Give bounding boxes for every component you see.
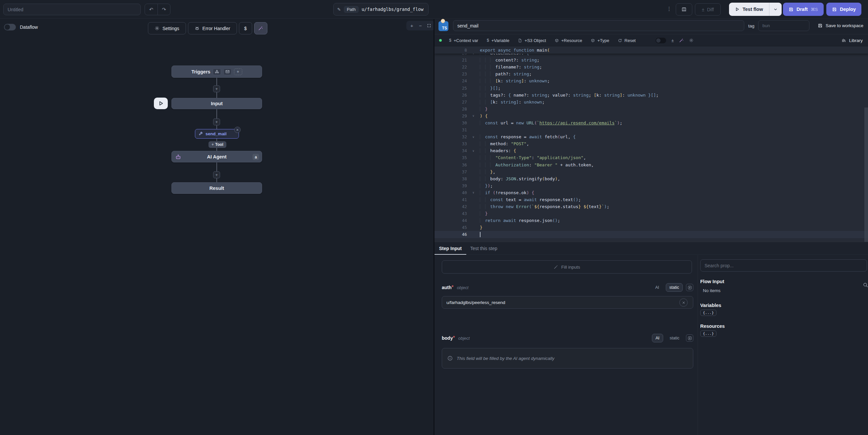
flow-summary-input[interactable] [3, 4, 141, 15]
variables-object-chip[interactable]: {...} [700, 310, 716, 316]
path-chip[interactable]: ✎ Path u/farhadglbs/grand_flow [333, 3, 429, 15]
save-draft-button[interactable]: Draft ⌘S [783, 3, 824, 16]
add-variable-button[interactable]: $ +Variable [487, 38, 509, 43]
dataflow-toggle[interactable] [4, 24, 16, 30]
code-line-26[interactable]: 26 tags?: { name?: string; value?: strin… [434, 92, 868, 99]
reset-code-button[interactable]: Reset [618, 38, 636, 43]
add-resource-button[interactable]: +Resource [555, 38, 582, 43]
code-line-35[interactable]: 35 "Content-Type": "application/json", [434, 154, 868, 161]
step-name-input[interactable] [453, 20, 744, 31]
assistant-toggle[interactable] [656, 38, 666, 43]
add-tool-button[interactable]: + Tool [209, 141, 226, 148]
auth-ai-mode-button[interactable]: AI [652, 283, 662, 291]
search-prop-input[interactable] [700, 259, 867, 272]
node-triggers[interactable]: Triggers + [172, 65, 262, 78]
error-handler-button[interactable]: Error Handler [188, 22, 237, 34]
auth-value-input[interactable] [442, 296, 693, 309]
fill-inputs-button[interactable]: Fill inputs [442, 260, 692, 274]
more-menu-button[interactable]: ⋮ [666, 6, 673, 12]
search-icon[interactable] [863, 282, 868, 288]
body-expression-button[interactable] [686, 335, 693, 342]
test-flow-dropdown[interactable] [769, 3, 782, 16]
body-static-mode-button[interactable]: static [666, 334, 683, 342]
code-line-31[interactable]: 31 [434, 126, 868, 133]
insert-step-button-2[interactable]: + [213, 118, 220, 125]
email-trigger-chip[interactable] [223, 68, 231, 75]
node-send-mail[interactable]: send_mail [195, 129, 239, 138]
draft-label: Draft [797, 7, 808, 12]
node-ai-agent[interactable]: AI Agent a [172, 151, 262, 162]
code-line-30[interactable]: 30 const url = new URL(`https://api.rese… [434, 119, 868, 126]
code-line-46[interactable]: 46 [434, 231, 868, 238]
editor-scrollbar[interactable] [864, 107, 868, 242]
code-line-28[interactable]: 28 } [434, 105, 868, 113]
ai-wand-button[interactable] [679, 38, 684, 43]
remove-tool-button[interactable] [234, 127, 241, 133]
fold-chevron-icon[interactable]: ∨ [467, 191, 480, 194]
zoom-in-button[interactable]: + [408, 22, 415, 29]
code-line-24[interactable]: 24 [k: string]: unknown; [434, 77, 868, 84]
input-label: Input [211, 101, 222, 106]
code-line-27[interactable]: 27 [k: string]: unknown; [434, 99, 868, 105]
body-ai-mode-button[interactable]: AI [652, 334, 663, 342]
code-editor[interactable]: 20∨ attachments?: {21 content?: string;2… [434, 46, 868, 242]
code-line-41[interactable]: 41 const text = await response.text(); [434, 196, 868, 203]
resources-object-chip[interactable]: {...} [700, 331, 716, 337]
fold-chevron-icon[interactable]: ∨ [467, 135, 480, 138]
code-line-21[interactable]: 21 content?: string; [434, 57, 868, 63]
library-button[interactable]: Library [841, 38, 863, 43]
code-line-39[interactable]: 39 }); [434, 182, 868, 189]
code-line-8[interactable]: 8export async function main( [434, 46, 868, 54]
add-s3-object-button[interactable]: +S3 Object [518, 38, 546, 43]
redo-button[interactable]: ↷ [157, 4, 170, 15]
code-line-23[interactable]: 23 path?: string; [434, 70, 868, 77]
code-line-22[interactable]: 22 filename?: string; [434, 63, 868, 70]
code-line-37[interactable]: 37 }, [434, 168, 868, 175]
ai-assistant-button[interactable] [254, 22, 268, 34]
auth-expression-button[interactable] [686, 284, 693, 291]
editor-settings-button[interactable] [689, 38, 693, 43]
insert-step-button-1[interactable]: + [213, 85, 220, 92]
auth-clear-button[interactable] [679, 299, 688, 307]
deploy-button[interactable]: Deploy [826, 3, 861, 16]
add-context-var-button[interactable]: $ +Context var [449, 38, 478, 43]
plus-minus-icon[interactable]: ± [672, 38, 674, 43]
add-trigger-chip[interactable]: + [234, 68, 242, 75]
code-line-36[interactable]: 36 Authorization: "Bearer " + auth.token… [434, 161, 868, 168]
code-line-45[interactable]: 45} [434, 224, 868, 231]
webhook-trigger-chip[interactable] [213, 68, 221, 75]
code-line-33[interactable]: 33 method: "POST", [434, 140, 868, 147]
tag-input[interactable] [758, 20, 809, 31]
flow-settings-button[interactable]: Settings [148, 22, 186, 34]
run-input-button[interactable] [154, 98, 168, 109]
fullscreen-button[interactable] [425, 22, 433, 29]
node-result[interactable]: Result [172, 182, 262, 194]
fold-chevron-icon[interactable]: ∨ [467, 149, 480, 153]
add-type-button[interactable]: +Type [591, 38, 609, 43]
code-line-40[interactable]: 40∨ if (!response.ok) { [434, 189, 868, 196]
test-flow-button[interactable]: Test flow [729, 3, 782, 16]
save-to-workspace-button[interactable]: Save to workspace [818, 23, 863, 28]
insert-step-button-3[interactable]: + [213, 172, 220, 178]
code-line-29[interactable]: 29∨) { [434, 113, 868, 119]
undo-button[interactable]: ↶ [145, 4, 157, 15]
tab-step-input[interactable]: Step Input [434, 242, 466, 254]
node-input[interactable]: Input [172, 98, 262, 109]
code-line-34[interactable]: 34∨ headers: { [434, 147, 868, 154]
docs-button[interactable] [676, 3, 692, 15]
currency-button[interactable]: $ [239, 22, 252, 34]
fold-chevron-icon[interactable]: ∨ [467, 114, 480, 118]
diff-button[interactable]: ± Diff [695, 3, 721, 15]
package-icon [591, 38, 595, 43]
code-line-42[interactable]: 42 throw new Error(`${response.status} $… [434, 203, 868, 210]
code-line-43[interactable]: 43 } [434, 210, 868, 217]
code-line-25[interactable]: 25 }[]; [434, 84, 868, 91]
auth-static-mode-button[interactable]: static [666, 283, 683, 292]
code-line-32[interactable]: 32∨ const response = await fetch(url, { [434, 133, 868, 140]
code-line-44[interactable]: 44 return await response.json(); [434, 217, 868, 224]
code-line-38[interactable]: 38 body: JSON.stringify(body), [434, 175, 868, 182]
code-text: const text = await response.text(); [480, 197, 868, 202]
test-flow-main[interactable]: Test flow [729, 3, 769, 16]
tab-test-this-step[interactable]: Test this step [466, 242, 501, 254]
zoom-out-button[interactable]: − [416, 22, 424, 29]
